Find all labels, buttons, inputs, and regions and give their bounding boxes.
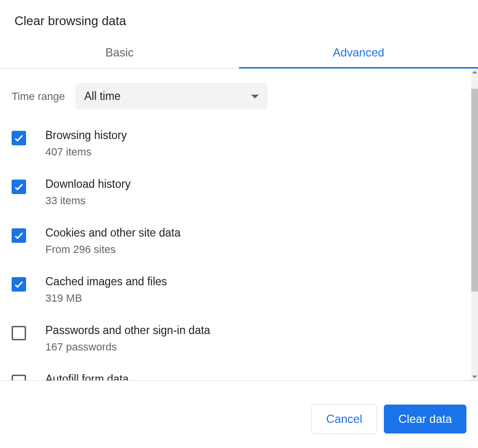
dialog-title: Clear browsing data <box>0 0 478 38</box>
tab-advanced[interactable]: Advanced <box>239 38 478 68</box>
check-icon <box>14 230 24 241</box>
check-icon <box>14 182 24 192</box>
option-autofill[interactable]: Autofill form data <box>12 363 466 380</box>
option-title: Passwords and other sign-in data <box>45 324 210 337</box>
option-text: Download history 33 items <box>45 178 130 207</box>
option-subtitle: 407 items <box>45 146 127 158</box>
option-text: Autofill form data <box>45 373 129 380</box>
option-text: Cookies and other site data From 296 sit… <box>45 226 181 256</box>
check-icon <box>14 279 24 290</box>
option-subtitle: 319 MB <box>45 292 167 305</box>
option-cookies[interactable]: Cookies and other site data From 296 sit… <box>12 217 466 266</box>
checkbox-cached[interactable] <box>12 277 26 292</box>
content-area: Time range All time Browsing history 407… <box>0 69 478 380</box>
option-title: Autofill form data <box>45 373 129 380</box>
option-title: Cookies and other site data <box>45 226 181 239</box>
option-subtitle: 33 items <box>45 195 130 207</box>
scrollbar-track[interactable] <box>471 69 478 380</box>
dialog-footer: Cancel Clear data <box>0 380 478 434</box>
option-text: Passwords and other sign-in data 167 pas… <box>45 324 210 353</box>
check-icon <box>14 133 24 143</box>
chevron-down-icon <box>251 95 259 98</box>
scrollbar-thumb[interactable] <box>471 89 478 292</box>
option-cached[interactable]: Cached images and files 319 MB <box>12 266 466 314</box>
checkbox-autofill[interactable] <box>12 375 26 380</box>
time-range-select[interactable]: All time <box>75 83 267 110</box>
option-title: Download history <box>45 178 130 191</box>
option-browsing-history[interactable]: Browsing history 407 items <box>12 119 466 168</box>
option-passwords[interactable]: Passwords and other sign-in data 167 pas… <box>12 314 466 363</box>
checkbox-browsing-history[interactable] <box>12 131 26 145</box>
option-text: Cached images and files 319 MB <box>45 275 167 305</box>
option-subtitle: 167 passwords <box>45 341 210 353</box>
option-download-history[interactable]: Download history 33 items <box>12 168 466 217</box>
scroll-down-icon[interactable] <box>472 376 477 378</box>
time-range-row: Time range All time <box>12 69 466 119</box>
tabs-row: Basic Advanced <box>0 38 478 69</box>
time-range-label: Time range <box>12 90 65 103</box>
time-range-value: All time <box>84 90 120 103</box>
scroll-up-icon[interactable] <box>472 71 477 73</box>
option-text: Browsing history 407 items <box>45 129 127 158</box>
checkbox-passwords[interactable] <box>12 326 26 340</box>
option-title: Cached images and files <box>45 275 167 288</box>
tab-basic[interactable]: Basic <box>0 38 239 68</box>
checkbox-cookies[interactable] <box>12 228 26 243</box>
option-title: Browsing history <box>45 129 127 142</box>
clear-data-button[interactable]: Clear data <box>384 405 466 434</box>
option-subtitle: From 296 sites <box>45 243 181 256</box>
cancel-button[interactable]: Cancel <box>311 404 378 434</box>
checkbox-download-history[interactable] <box>12 180 26 194</box>
